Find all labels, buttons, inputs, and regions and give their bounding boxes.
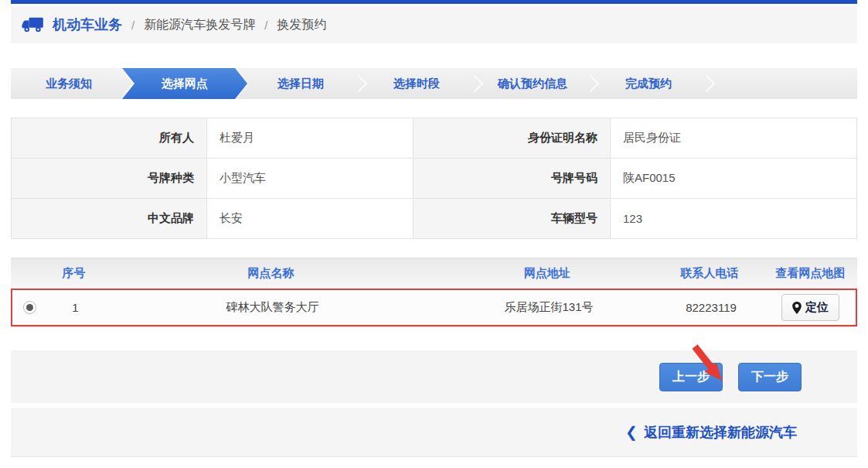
station-address: 乐居场正街131号 [441, 300, 657, 315]
table-row: 中文品牌 长安 车辆型号 123 [12, 199, 857, 239]
step-select-station-wrap: 选择网点 [122, 68, 247, 99]
table-row: 号牌种类 小型汽车 号牌号码 陕AF0015 [12, 159, 857, 199]
step-confirm-info[interactable]: 确认预约信息 [475, 68, 591, 99]
back-link-label: 返回重新选择新能源汽车 [644, 423, 797, 442]
station-table-header: 序号 网点名称 网点地址 联系人电话 查看网点地图 [11, 258, 857, 289]
top-accent-bar [11, 0, 857, 4]
breadcrumb-item-current: 换发预约 [277, 17, 326, 33]
steps-filler [706, 68, 857, 99]
breadcrumb-separator: / [131, 19, 134, 32]
back-chevron-icon: ❮ [625, 423, 638, 441]
station-index: 1 [46, 301, 104, 314]
plate-type-value: 小型汽车 [207, 159, 414, 199]
col-index: 序号 [45, 266, 103, 281]
back-link-bar: ❮ 返回重新选择新能源汽车 [11, 408, 857, 457]
actions-bar: 上一步 下一步 [11, 350, 857, 403]
locate-button-label: 定位 [805, 300, 829, 315]
brand-label: 中文品牌 [12, 199, 207, 239]
step-label: 选择网点 [162, 77, 208, 91]
breadcrumb-section-title[interactable]: 机动车业务 [53, 15, 122, 34]
col-name: 网点名称 [103, 266, 439, 281]
owner-value: 杜爱月 [207, 118, 414, 159]
breadcrumb-item-service[interactable]: 新能源汽车换发号牌 [144, 17, 255, 33]
table-row: 所有人 杜爱月 身份证明名称 居民身份证 [12, 118, 857, 159]
step-progress-bar: 业务须知 选择网点 选择日期 选择时段 确认预约信息 完成预约 [11, 68, 857, 99]
plate-no-label: 号牌号码 [413, 159, 610, 199]
step-select-time[interactable]: 选择时段 [359, 68, 475, 99]
step-select-station-active[interactable]: 选择网点 [122, 68, 247, 99]
step-label: 选择日期 [277, 77, 324, 91]
plate-type-label: 号牌种类 [12, 159, 207, 199]
station-row-selected[interactable]: 1 碑林大队警务大厅 乐居场正街131号 82223119 定位 [11, 289, 857, 326]
station-phone: 82223119 [657, 301, 765, 314]
step-select-date[interactable]: 选择日期 [243, 68, 359, 99]
step-label: 确认预约信息 [498, 77, 567, 91]
breadcrumb: 机动车业务 / 新能源汽车换发号牌 / 换发预约 [11, 6, 857, 43]
col-map: 查看网点地图 [764, 266, 857, 281]
truck-icon [22, 16, 45, 33]
col-phone: 联系人电话 [655, 266, 764, 281]
step-label: 业务须知 [46, 77, 92, 91]
station-table: 序号 网点名称 网点地址 联系人电话 查看网点地图 1 碑林大队警务大厅 乐居场… [11, 258, 857, 327]
next-step-button[interactable]: 下一步 [738, 363, 802, 391]
owner-label: 所有人 [12, 118, 207, 159]
station-name: 碑林大队警务大厅 [104, 300, 441, 315]
col-address: 网点地址 [439, 266, 655, 281]
model-label: 车辆型号 [413, 199, 610, 239]
step-label: 完成预约 [625, 77, 672, 91]
breadcrumb-separator: / [264, 19, 267, 32]
brand-value: 长安 [207, 199, 414, 239]
model-value: 123 [610, 199, 856, 239]
id-type-label: 身份证明名称 [413, 118, 610, 159]
map-pin-icon [792, 302, 802, 314]
station-radio[interactable] [23, 301, 36, 314]
locate-button[interactable]: 定位 [781, 294, 839, 321]
vehicle-info-table: 所有人 杜爱月 身份证明名称 居民身份证 号牌种类 小型汽车 号牌号码 陕AF0… [11, 118, 857, 239]
id-type-value: 居民身份证 [610, 118, 856, 159]
step-complete[interactable]: 完成预约 [591, 68, 706, 99]
plate-no-value: 陕AF0015 [610, 159, 856, 199]
step-label: 选择时段 [393, 77, 440, 91]
back-link[interactable]: ❮ 返回重新选择新能源汽车 [625, 423, 797, 442]
cursor-arrow-icon [690, 344, 727, 384]
radio-dot [26, 304, 33, 311]
step-notice[interactable]: 业务须知 [11, 68, 127, 99]
